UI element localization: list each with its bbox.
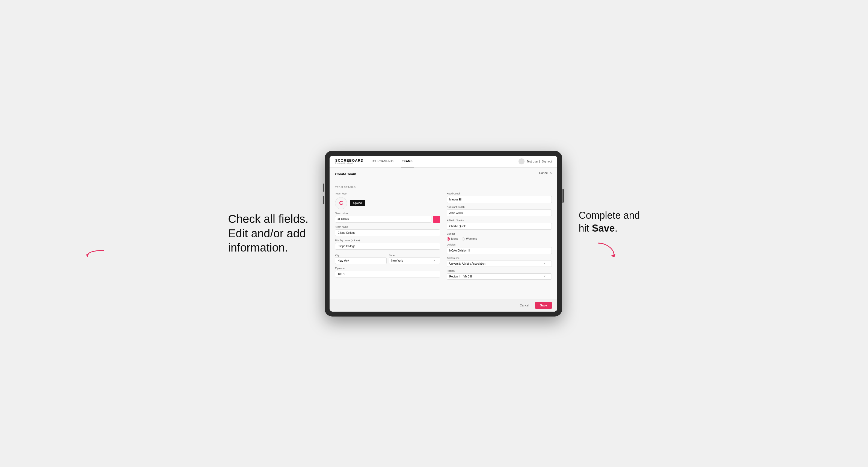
page-header: Create Team Cancel ✕	[335, 172, 552, 180]
form-footer: Cancel Save	[330, 299, 557, 312]
radio-label-womens: Womens	[466, 237, 477, 240]
team-logo-label: Team logo	[335, 192, 440, 195]
annotation-line3: information.	[228, 241, 308, 255]
team-logo-group: Team logo C Upload	[335, 192, 440, 209]
team-colour-label: Team colour	[335, 212, 440, 215]
region-clear-icon[interactable]: ✕	[544, 275, 546, 278]
radio-group: Mens Womens	[447, 237, 552, 241]
city-group: City	[335, 252, 386, 264]
sign-out-link[interactable]: Sign out	[542, 160, 552, 163]
city-state-group: City State ✕ ⌄	[335, 252, 440, 264]
upload-button[interactable]: Upload	[350, 200, 365, 206]
team-colour-input[interactable]	[335, 216, 431, 223]
city-state-row: City State ✕ ⌄	[335, 252, 440, 264]
tablet-screen: SCOREBOARD Powered by clippd TOURNAMENTS…	[330, 156, 557, 312]
left-annotation: Check all fields. Edit and/or add inform…	[228, 212, 308, 255]
right-column: Head Coach Assistant Coach Athletic Dire…	[447, 192, 552, 280]
display-name-group: Display name (unique)	[335, 239, 440, 250]
color-input-wrapper	[335, 216, 440, 223]
team-name-group: Team name	[335, 225, 440, 236]
head-coach-label: Head Coach	[447, 192, 552, 195]
region-multi-select[interactable]: Region II - (M) DIII ✕ ⌄	[447, 273, 552, 280]
state-clear-icon[interactable]: ✕	[433, 259, 435, 262]
brand-main: SCOREBOARD	[335, 159, 364, 162]
state-input-wrapper: ✕ ⌄	[389, 257, 440, 264]
conference-multi-select[interactable]: University Athletic Association ✕ ⌄	[447, 260, 552, 267]
nav-links: TOURNAMENTS TEAMS	[370, 156, 512, 168]
brand-sub: Powered by clippd	[335, 162, 364, 164]
radio-dot-mens	[447, 237, 450, 241]
display-name-input[interactable]	[335, 243, 440, 250]
conference-label: Conference	[447, 257, 552, 259]
region-group: Region Region II - (M) DIII ✕ ⌄	[447, 270, 552, 280]
save-button[interactable]: Save	[535, 302, 552, 309]
state-input-actions: ✕ ⌄	[433, 259, 438, 262]
radio-dot-womens	[462, 237, 465, 241]
division-select[interactable]: NCAA Division III	[447, 247, 552, 254]
main-content: Create Team Cancel ✕ TEAM DETAILS Team l…	[330, 168, 557, 299]
gender-group: Gender Mens Womens	[447, 232, 552, 241]
user-avatar	[519, 158, 525, 164]
left-column: Team logo C Upload Team colour	[335, 192, 440, 280]
radio-mens[interactable]: Mens	[447, 237, 458, 241]
city-label: City	[335, 254, 339, 257]
logo-circle: C	[335, 197, 347, 209]
state-group: State ✕ ⌄	[389, 252, 440, 264]
team-name-input[interactable]	[335, 229, 440, 236]
state-chevron-icon[interactable]: ⌄	[437, 259, 438, 262]
state-input[interactable]	[389, 257, 440, 264]
cancel-footer-button[interactable]: Cancel	[517, 302, 532, 309]
conference-clear-icon[interactable]: ✕	[544, 262, 546, 265]
svg-marker-0	[611, 254, 615, 257]
head-coach-group: Head Coach	[447, 192, 552, 203]
assistant-coach-group: Assistant Coach	[447, 206, 552, 216]
right-annotation: Complete and hit Save.	[579, 209, 640, 258]
annotation-line2: Edit and/or add	[228, 226, 308, 241]
annotation-save-bold: Save	[592, 223, 615, 234]
annotation-hit: hit	[579, 223, 592, 234]
state-label: State	[389, 254, 395, 257]
nav-tournaments[interactable]: TOURNAMENTS	[370, 156, 395, 168]
form-grid: Team logo C Upload Team colour	[335, 192, 552, 280]
assistant-coach-input[interactable]	[447, 210, 552, 216]
logo-area: C Upload	[335, 197, 440, 209]
region-actions: ✕ ⌄	[544, 275, 549, 278]
athletic-director-group: Athletic Director	[447, 219, 552, 230]
division-select-wrapper: NCAA Division III ⌄	[447, 247, 552, 254]
gender-label: Gender	[447, 232, 552, 235]
display-name-label: Display name (unique)	[335, 239, 440, 242]
navbar: SCOREBOARD Powered by clippd TOURNAMENTS…	[330, 156, 557, 168]
city-input[interactable]	[335, 257, 386, 264]
annotation-line1: Check all fields.	[228, 212, 308, 226]
team-name-label: Team name	[335, 225, 440, 228]
page-title: Create Team	[335, 172, 356, 176]
region-chevron-icon[interactable]: ⌄	[548, 275, 549, 278]
zip-label: Zip code	[335, 267, 440, 270]
assistant-coach-label: Assistant Coach	[447, 206, 552, 208]
radio-womens[interactable]: Womens	[462, 237, 477, 241]
nav-teams[interactable]: TEAMS	[401, 156, 414, 168]
color-swatch[interactable]	[433, 216, 440, 223]
head-coach-input[interactable]	[447, 196, 552, 203]
svg-marker-1	[86, 254, 89, 257]
form-arrow-icon	[85, 244, 106, 257]
user-name: Test User |	[527, 160, 540, 163]
zip-code-group: Zip code	[335, 267, 440, 277]
division-label: Division	[447, 243, 552, 246]
nav-right: Test User | Sign out	[519, 158, 552, 164]
conference-actions: ✕ ⌄	[544, 262, 549, 265]
cancel-top-button[interactable]: Cancel ✕	[539, 171, 552, 175]
team-colour-group: Team colour	[335, 212, 440, 223]
athletic-director-input[interactable]	[447, 223, 552, 230]
annotation-complete: Complete and	[579, 210, 640, 221]
conference-value: University Athletic Association	[449, 262, 485, 265]
section-label: TEAM DETAILS	[335, 183, 552, 188]
tablet-frame: SCOREBOARD Powered by clippd TOURNAMENTS…	[324, 151, 562, 316]
radio-label-mens: Mens	[451, 237, 458, 240]
zip-input[interactable]	[335, 271, 440, 277]
region-value: Region II - (M) DIII	[449, 275, 471, 278]
conference-chevron-icon[interactable]: ⌄	[548, 262, 549, 265]
brand: SCOREBOARD Powered by clippd	[335, 159, 364, 164]
save-arrow-icon	[595, 240, 617, 257]
athletic-director-label: Athletic Director	[447, 219, 552, 222]
